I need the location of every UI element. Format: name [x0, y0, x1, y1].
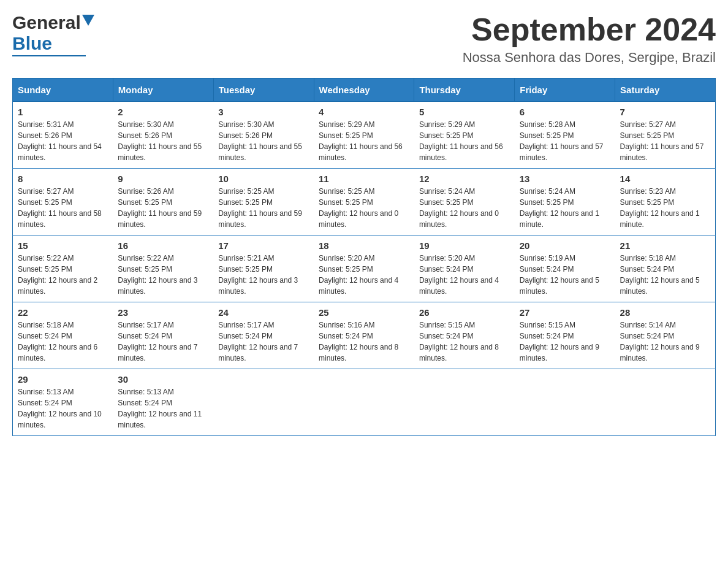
- calendar-cell: [314, 369, 414, 436]
- day-info: Sunrise: 5:24 AMSunset: 5:25 PMDaylight:…: [520, 186, 610, 230]
- weekday-header-wednesday: Wednesday: [314, 79, 414, 102]
- calendar-cell: 4Sunrise: 5:29 AMSunset: 5:25 PMDaylight…: [314, 102, 414, 169]
- month-title: September 2024: [463, 12, 716, 47]
- day-info: Sunrise: 5:13 AMSunset: 5:24 PMDaylight:…: [118, 386, 208, 431]
- day-info: Sunrise: 5:26 AMSunset: 5:25 PMDaylight:…: [118, 186, 208, 230]
- calendar-cell: 1Sunrise: 5:31 AMSunset: 5:26 PMDaylight…: [13, 102, 113, 169]
- calendar-cell: [615, 369, 716, 436]
- day-info: Sunrise: 5:25 AMSunset: 5:25 PMDaylight:…: [218, 186, 309, 230]
- svg-marker-0: [82, 15, 94, 26]
- weekday-header-sunday: Sunday: [13, 79, 113, 102]
- calendar-cell: [213, 369, 314, 436]
- calendar-cell: 23Sunrise: 5:17 AMSunset: 5:24 PMDayligh…: [113, 302, 213, 369]
- calendar-cell: 3Sunrise: 5:30 AMSunset: 5:26 PMDaylight…: [213, 102, 314, 169]
- day-number: 7: [620, 107, 710, 117]
- day-number: 17: [218, 240, 309, 251]
- weekday-header-row: SundayMondayTuesdayWednesdayThursdayFrid…: [13, 79, 716, 102]
- weekday-header-saturday: Saturday: [615, 79, 716, 102]
- day-info: Sunrise: 5:20 AMSunset: 5:25 PMDaylight:…: [319, 253, 409, 297]
- day-number: 30: [118, 374, 208, 385]
- day-number: 2: [118, 107, 208, 117]
- calendar-cell: 30Sunrise: 5:13 AMSunset: 5:24 PMDayligh…: [113, 369, 213, 436]
- day-number: 6: [520, 107, 610, 117]
- day-info: Sunrise: 5:30 AMSunset: 5:26 PMDaylight:…: [118, 119, 208, 163]
- day-number: 15: [18, 240, 108, 251]
- day-info: Sunrise: 5:22 AMSunset: 5:25 PMDaylight:…: [18, 253, 108, 297]
- page-header: General Blue September 2024 Nossa Senhor…: [12, 12, 716, 66]
- title-block: September 2024 Nossa Senhora das Dores, …: [463, 12, 716, 66]
- day-number: 14: [620, 174, 710, 184]
- calendar-table: SundayMondayTuesdayWednesdayThursdayFrid…: [12, 78, 716, 436]
- day-number: 13: [520, 174, 610, 184]
- calendar-week-row: 8Sunrise: 5:27 AMSunset: 5:25 PMDaylight…: [13, 169, 716, 236]
- day-number: 10: [218, 174, 309, 184]
- day-info: Sunrise: 5:30 AMSunset: 5:26 PMDaylight:…: [218, 119, 309, 163]
- calendar-cell: 9Sunrise: 5:26 AMSunset: 5:25 PMDaylight…: [113, 169, 213, 236]
- day-info: Sunrise: 5:18 AMSunset: 5:24 PMDaylight:…: [620, 253, 710, 297]
- calendar-cell: 26Sunrise: 5:15 AMSunset: 5:24 PMDayligh…: [414, 302, 515, 369]
- day-number: 25: [319, 307, 409, 318]
- calendar-cell: 24Sunrise: 5:17 AMSunset: 5:24 PMDayligh…: [213, 302, 314, 369]
- logo-general-text: General: [12, 12, 81, 33]
- day-info: Sunrise: 5:23 AMSunset: 5:25 PMDaylight:…: [620, 186, 710, 230]
- calendar-cell: 11Sunrise: 5:25 AMSunset: 5:25 PMDayligh…: [314, 169, 414, 236]
- day-info: Sunrise: 5:29 AMSunset: 5:25 PMDaylight:…: [319, 119, 409, 163]
- day-info: Sunrise: 5:19 AMSunset: 5:24 PMDaylight:…: [520, 253, 610, 297]
- day-info: Sunrise: 5:27 AMSunset: 5:25 PMDaylight:…: [620, 119, 710, 163]
- day-info: Sunrise: 5:17 AMSunset: 5:24 PMDaylight:…: [118, 320, 208, 364]
- day-number: 21: [620, 240, 710, 251]
- day-number: 26: [419, 307, 510, 318]
- weekday-header-friday: Friday: [515, 79, 615, 102]
- calendar-cell: 13Sunrise: 5:24 AMSunset: 5:25 PMDayligh…: [515, 169, 615, 236]
- day-number: 24: [218, 307, 309, 318]
- calendar-cell: 16Sunrise: 5:22 AMSunset: 5:25 PMDayligh…: [113, 236, 213, 302]
- day-number: 5: [419, 107, 510, 117]
- day-number: 29: [18, 374, 108, 385]
- day-number: 4: [319, 107, 409, 117]
- day-number: 12: [419, 174, 510, 184]
- day-info: Sunrise: 5:15 AMSunset: 5:24 PMDaylight:…: [520, 320, 610, 364]
- day-number: 18: [319, 240, 409, 251]
- day-info: Sunrise: 5:27 AMSunset: 5:25 PMDaylight:…: [18, 186, 108, 230]
- logo-underline: [12, 55, 86, 56]
- calendar-cell: 8Sunrise: 5:27 AMSunset: 5:25 PMDaylight…: [13, 169, 113, 236]
- day-info: Sunrise: 5:24 AMSunset: 5:25 PMDaylight:…: [419, 186, 510, 230]
- calendar-cell: 25Sunrise: 5:16 AMSunset: 5:24 PMDayligh…: [314, 302, 414, 369]
- day-number: 1: [18, 107, 108, 117]
- calendar-cell: 7Sunrise: 5:27 AMSunset: 5:25 PMDaylight…: [615, 102, 716, 169]
- calendar-cell: 5Sunrise: 5:29 AMSunset: 5:25 PMDaylight…: [414, 102, 515, 169]
- calendar-cell: 27Sunrise: 5:15 AMSunset: 5:24 PMDayligh…: [515, 302, 615, 369]
- calendar-cell: 15Sunrise: 5:22 AMSunset: 5:25 PMDayligh…: [13, 236, 113, 302]
- calendar-cell: 20Sunrise: 5:19 AMSunset: 5:24 PMDayligh…: [515, 236, 615, 302]
- day-info: Sunrise: 5:14 AMSunset: 5:24 PMDaylight:…: [620, 320, 710, 364]
- day-number: 11: [319, 174, 409, 184]
- weekday-header-tuesday: Tuesday: [213, 79, 314, 102]
- calendar-cell: 19Sunrise: 5:20 AMSunset: 5:24 PMDayligh…: [414, 236, 515, 302]
- location-subtitle: Nossa Senhora das Dores, Sergipe, Brazil: [463, 50, 716, 66]
- day-info: Sunrise: 5:16 AMSunset: 5:24 PMDaylight:…: [319, 320, 409, 364]
- day-info: Sunrise: 5:31 AMSunset: 5:26 PMDaylight:…: [18, 119, 108, 163]
- day-info: Sunrise: 5:25 AMSunset: 5:25 PMDaylight:…: [319, 186, 409, 230]
- day-info: Sunrise: 5:18 AMSunset: 5:24 PMDaylight:…: [18, 320, 108, 364]
- day-number: 23: [118, 307, 208, 318]
- calendar-cell: 6Sunrise: 5:28 AMSunset: 5:25 PMDaylight…: [515, 102, 615, 169]
- calendar-cell: 10Sunrise: 5:25 AMSunset: 5:25 PMDayligh…: [213, 169, 314, 236]
- calendar-cell: 18Sunrise: 5:20 AMSunset: 5:25 PMDayligh…: [314, 236, 414, 302]
- calendar-cell: [414, 369, 515, 436]
- day-info: Sunrise: 5:17 AMSunset: 5:24 PMDaylight:…: [218, 320, 309, 364]
- calendar-cell: 17Sunrise: 5:21 AMSunset: 5:25 PMDayligh…: [213, 236, 314, 302]
- day-number: 16: [118, 240, 208, 251]
- calendar-cell: 22Sunrise: 5:18 AMSunset: 5:24 PMDayligh…: [13, 302, 113, 369]
- calendar-cell: 28Sunrise: 5:14 AMSunset: 5:24 PMDayligh…: [615, 302, 716, 369]
- calendar-cell: 14Sunrise: 5:23 AMSunset: 5:25 PMDayligh…: [615, 169, 716, 236]
- logo-blue-text: Blue: [12, 33, 52, 53]
- day-number: 27: [520, 307, 610, 318]
- calendar-cell: 29Sunrise: 5:13 AMSunset: 5:24 PMDayligh…: [13, 369, 113, 436]
- day-info: Sunrise: 5:22 AMSunset: 5:25 PMDaylight:…: [118, 253, 208, 297]
- calendar-cell: 12Sunrise: 5:24 AMSunset: 5:25 PMDayligh…: [414, 169, 515, 236]
- day-info: Sunrise: 5:15 AMSunset: 5:24 PMDaylight:…: [419, 320, 510, 364]
- calendar-cell: [515, 369, 615, 436]
- day-number: 19: [419, 240, 510, 251]
- calendar-cell: 2Sunrise: 5:30 AMSunset: 5:26 PMDaylight…: [113, 102, 213, 169]
- day-number: 9: [118, 174, 208, 184]
